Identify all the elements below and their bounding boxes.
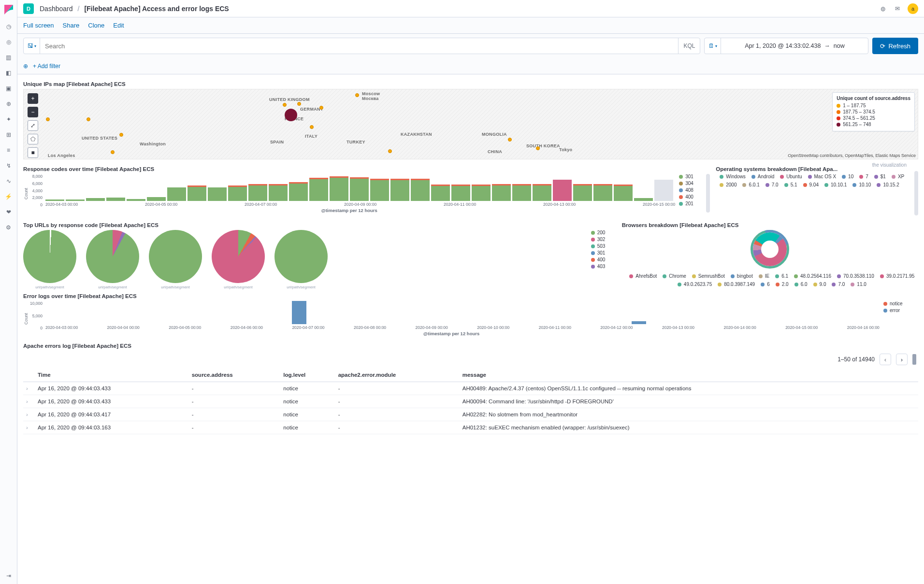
expand-row-icon[interactable]: › (23, 421, 35, 434)
filter-options-icon[interactable]: ⊕ (23, 63, 28, 70)
table-row[interactable]: ›Apr 16, 2020 @ 09:44:03.417-notice-AH02… (23, 408, 918, 421)
error-logs-title: Error logs over time [Filebeat Apache] E… (23, 293, 918, 299)
timepicker-button[interactable]: 🗓 ▾ (705, 38, 721, 54)
prev-page-button[interactable]: ‹ (880, 354, 891, 365)
browsers-donut[interactable] (622, 230, 918, 269)
logs-icon[interactable]: ≡ (4, 146, 13, 155)
os-note: the visualization (872, 162, 907, 168)
map-panel[interactable]: + − ⤢ ⬠ ■ UNITED STATES Washington Los A… (23, 89, 918, 159)
query-bar: 🖫 ▾ KQL 🗓 ▾ Apr 1, 2020 @ 14:33:02.438 →… (17, 34, 924, 58)
edit-link[interactable]: Edit (113, 22, 124, 29)
errors-table: Timesource.addresslog.levelapache2.error… (23, 368, 918, 434)
table-row[interactable]: ›Apr 16, 2020 @ 09:44:03.433-notice-AH00… (23, 382, 918, 395)
table-row[interactable]: ›Apr 16, 2020 @ 09:44:03.163-notice-AH01… (23, 421, 918, 434)
fullscreen-link[interactable]: Full screen (23, 22, 54, 29)
map-legend: Unique count of source.address 1 – 187.7… (832, 92, 915, 131)
zoom-out-button[interactable]: − (28, 107, 38, 117)
ml-icon[interactable]: ✦ (4, 115, 13, 124)
response-codes-chart[interactable]: Count 8,0006,0004,0002,0000 2020-04-03 0… (23, 174, 675, 213)
user-avatar[interactable]: a (908, 3, 918, 14)
breadcrumb-root[interactable]: Dashboard (40, 5, 73, 13)
zoom-in-button[interactable]: + (28, 93, 38, 104)
rect-tool-button[interactable]: ■ (28, 147, 38, 158)
refresh-icon: ⟳ (880, 43, 885, 50)
breadcrumb: Dashboard / [Filebeat Apache] Access and… (40, 5, 229, 13)
map-hotspot[interactable] (285, 109, 297, 121)
map-attribution: OpenStreetMap contributors, OpenMapTiles… (788, 153, 916, 158)
expand-row-icon[interactable]: › (23, 408, 35, 421)
kql-toggle[interactable]: KQL (678, 38, 700, 54)
breadcrumb-current: [Filebeat Apache] Access and error logs … (84, 5, 229, 13)
error-logs-legend: noticeerror (880, 301, 918, 336)
browsers-legend: AhrefsBotChromeSemrushBotbingbotIE6.148.… (622, 273, 918, 287)
errors-table-title: Apache errors log [Filebeat Apache] ECS (23, 343, 918, 349)
visualize-icon[interactable]: ▥ (4, 53, 13, 62)
browsers-title: Browsers breakdown [Filebeat Apache] ECS (622, 222, 918, 228)
polygon-tool-button[interactable]: ⬠ (28, 134, 38, 144)
os-scrollbar[interactable] (914, 171, 918, 215)
mail-icon[interactable]: ✉ (893, 4, 902, 13)
recent-icon[interactable]: ◷ (4, 22, 13, 31)
response-codes-legend: 301304408400201 (675, 174, 704, 213)
legend-scrollbar[interactable] (706, 174, 710, 213)
apm-icon[interactable]: ↯ (4, 161, 13, 170)
search-input[interactable] (40, 43, 678, 50)
management-icon[interactable]: ⚙ (4, 223, 13, 232)
time-range-display[interactable]: Apr 1, 2020 @ 14:33:02.438 → now (721, 43, 868, 49)
add-filter-button[interactable]: + Add filter (33, 63, 60, 70)
collapse-icon[interactable]: ⇥ (4, 571, 13, 580)
expand-row-icon[interactable]: › (23, 395, 35, 408)
infra-icon[interactable]: ⊞ (4, 130, 13, 139)
top-bar: D Dashboard / [Filebeat Apache] Access a… (17, 0, 924, 17)
os-legend: WindowsAndroidUbuntuMac OS X107$1XP20006… (716, 174, 907, 187)
maps-icon[interactable]: ⊕ (4, 100, 13, 108)
dashboard-toolbar: Full screen Share Clone Edit (17, 17, 924, 34)
filter-bar: ⊕ + Add filter (17, 58, 924, 74)
devtools-icon[interactable]: ❤ (4, 208, 13, 216)
table-scrollbar[interactable] (912, 354, 916, 365)
pager-text: 1–50 of 14940 (837, 356, 875, 363)
discover-icon[interactable]: ◎ (4, 38, 13, 46)
share-link[interactable]: Share (63, 22, 80, 29)
refresh-button[interactable]: ⟳ Refresh (872, 38, 918, 54)
top-urls-pies[interactable]: url/path/segmenturl/path/segmenturl/path… (23, 230, 587, 289)
map-panel-title: Unique IPs map [Filebeat Apache] ECS (23, 81, 918, 87)
breadcrumb-sep: / (78, 5, 80, 13)
response-codes-title: Response codes over time [Filebeat Apach… (23, 166, 710, 172)
kibana-logo[interactable] (3, 4, 14, 15)
next-page-button[interactable]: › (896, 354, 908, 365)
saved-query-button[interactable]: 🖫 ▾ (24, 38, 40, 54)
error-logs-chart[interactable]: Count 10,0005,0000 2020-04-03 00:002020-… (23, 301, 880, 336)
top-urls-legend: 200302503301400403 (587, 230, 616, 289)
clone-link[interactable]: Clone (88, 22, 104, 29)
siem-icon[interactable]: ⚡ (4, 192, 13, 201)
uptime-icon[interactable]: ∿ (4, 177, 13, 185)
canvas-icon[interactable]: ▣ (4, 84, 13, 93)
newsfeed-icon[interactable]: ◍ (879, 4, 887, 13)
fit-bounds-button[interactable]: ⤢ (28, 120, 38, 131)
expand-row-icon[interactable]: › (23, 382, 35, 395)
space-selector[interactable]: D (23, 3, 34, 14)
nav-sidebar: ◷ ◎ ▥ ◧ ▣ ⊕ ✦ ⊞ ≡ ↯ ∿ ⚡ ❤ ⚙ ⇥ (0, 0, 17, 584)
dashboard-icon[interactable]: ◧ (4, 69, 13, 77)
table-row[interactable]: ›Apr 16, 2020 @ 09:44:03.433-notice-AH00… (23, 395, 918, 408)
top-urls-title: Top URLs by response code [Filebeat Apac… (23, 222, 616, 228)
